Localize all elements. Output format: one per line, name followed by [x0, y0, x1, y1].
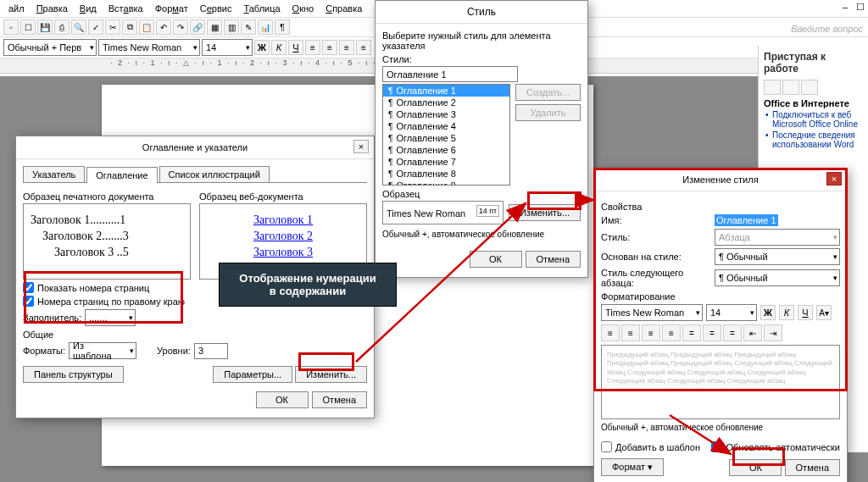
- size-combo[interactable]: 14: [706, 304, 757, 321]
- name-input[interactable]: Оглавление 1: [715, 214, 778, 226]
- taskpane-section: Office в Интернете: [764, 98, 849, 108]
- link-icon[interactable]: 🔗: [190, 19, 205, 35]
- align-right-icon[interactable]: ≡: [339, 40, 354, 55]
- menu-tools[interactable]: Сервис: [195, 2, 237, 15]
- list-item[interactable]: Оглавление 6: [383, 144, 509, 156]
- align-center-icon[interactable]: ≡: [621, 324, 640, 341]
- undo-icon[interactable]: ↶: [156, 19, 171, 35]
- preview-icon[interactable]: 🔍: [71, 19, 86, 35]
- style-current-input[interactable]: [382, 66, 518, 82]
- modify-button[interactable]: Изменить...: [295, 366, 367, 383]
- table-icon[interactable]: ▦: [207, 19, 222, 35]
- style-combo[interactable]: Обычный + Перв: [3, 39, 97, 56]
- menu-edit[interactable]: ППравкаравка: [31, 2, 73, 15]
- indent-dec-icon[interactable]: ⇤: [743, 324, 762, 341]
- levels-input[interactable]: [194, 343, 228, 359]
- ok-button[interactable]: ОК: [256, 391, 309, 408]
- structure-button[interactable]: Панель структуры: [23, 366, 124, 383]
- fill-combo[interactable]: .......: [85, 309, 136, 326]
- font-combo[interactable]: Times New Roman: [98, 39, 200, 56]
- italic-icon[interactable]: К: [779, 305, 794, 320]
- italic-icon[interactable]: К: [271, 40, 287, 55]
- menu-table[interactable]: Таблица: [238, 2, 285, 15]
- align-right-icon[interactable]: ≡: [642, 324, 660, 341]
- save-icon[interactable]: 💾: [37, 19, 53, 35]
- print-preview: Заголовок 1..........1 Заголовок 2......…: [23, 203, 191, 280]
- redo-icon[interactable]: ↷: [173, 19, 188, 35]
- cut-icon[interactable]: ✂: [105, 19, 120, 35]
- help-search[interactable]: Введите вопрос: [791, 24, 863, 34]
- menu-view[interactable]: Вид: [75, 2, 102, 15]
- bold-icon[interactable]: Ж: [760, 305, 776, 320]
- list-item[interactable]: Оглавление 2: [383, 97, 509, 108]
- params-button[interactable]: Параметры...: [213, 366, 292, 383]
- styles-listbox[interactable]: Оглавление 1 Оглавление 2 Оглавление 3 О…: [382, 84, 510, 186]
- tab-index[interactable]: Указатель: [23, 166, 85, 182]
- ok-button[interactable]: ОК: [729, 459, 782, 476]
- style-desc: Обычный +, автоматическое обновление: [382, 230, 581, 239]
- size-combo[interactable]: 14: [202, 39, 253, 56]
- justify-icon[interactable]: ≡: [662, 324, 681, 341]
- based-on-combo[interactable]: ¶ Обычный: [715, 248, 840, 265]
- home-icon[interactable]: [801, 80, 818, 95]
- back-icon[interactable]: [764, 80, 781, 95]
- columns-icon[interactable]: ▥: [224, 19, 239, 35]
- align-center-icon[interactable]: ≡: [322, 40, 337, 55]
- bold-icon[interactable]: Ж: [254, 40, 270, 55]
- tab-illustrations[interactable]: Список иллюстраций: [159, 166, 270, 182]
- format-button[interactable]: Формат ▾: [601, 458, 664, 476]
- menu-help[interactable]: Справка: [320, 2, 367, 15]
- cancel-button[interactable]: Отмена: [785, 459, 840, 476]
- list-item[interactable]: Оглавление 5: [383, 132, 509, 144]
- menu-insert[interactable]: Вставка: [103, 2, 148, 15]
- next-style-combo[interactable]: ¶ Обычный: [715, 269, 840, 286]
- list-item[interactable]: Оглавление 3: [383, 108, 509, 120]
- cancel-button[interactable]: Отмена: [312, 391, 367, 408]
- color-icon[interactable]: A▾: [816, 305, 832, 320]
- taskpane-link-connect[interactable]: Подключиться к веб Microsoft Office Onli…: [772, 110, 863, 129]
- spacing-15-icon[interactable]: =: [703, 324, 721, 341]
- justify-icon[interactable]: ≡: [356, 40, 371, 55]
- cancel-button[interactable]: Отмена: [526, 251, 581, 268]
- underline-icon[interactable]: Ч: [288, 40, 303, 55]
- add-template-checkbox[interactable]: Добавить в шаблон: [601, 441, 700, 452]
- formats-combo[interactable]: Из шаблона: [69, 342, 136, 359]
- paste-icon[interactable]: 📋: [139, 19, 154, 35]
- menu-format[interactable]: Формат: [150, 2, 193, 15]
- menu-window[interactable]: Окно: [287, 2, 320, 15]
- print-icon[interactable]: ⎙: [54, 19, 70, 35]
- list-item[interactable]: Оглавление 9: [383, 180, 509, 186]
- close-icon[interactable]: ×: [826, 172, 842, 186]
- taskpane-link-news[interactable]: Последние сведения использовании Word: [772, 130, 863, 149]
- spacing-1-icon[interactable]: =: [682, 324, 701, 341]
- drawing-icon[interactable]: ✎: [241, 19, 256, 35]
- close-icon[interactable]: ×: [353, 140, 369, 153]
- toc-tabs: Указатель Оглавление Список иллюстраций: [23, 166, 367, 183]
- font-combo[interactable]: Times New Roman: [601, 304, 703, 321]
- new-icon[interactable]: ▫: [3, 19, 19, 35]
- indent-inc-icon[interactable]: ⇥: [764, 324, 782, 341]
- list-item[interactable]: Оглавление 8: [383, 168, 509, 180]
- align-left-icon[interactable]: ≡: [305, 40, 320, 55]
- tab-toc[interactable]: Оглавление: [86, 167, 157, 183]
- para-icon[interactable]: ¶: [275, 19, 290, 35]
- copy-icon[interactable]: ⧉: [122, 19, 137, 35]
- list-item[interactable]: Оглавление 4: [383, 120, 509, 132]
- menu-file[interactable]: айл: [3, 2, 30, 15]
- align-left-icon[interactable]: ≡: [601, 324, 620, 341]
- ok-button[interactable]: ОК: [470, 251, 522, 268]
- underline-icon[interactable]: Ч: [798, 305, 813, 320]
- chart-icon[interactable]: 📊: [258, 19, 273, 35]
- auto-update-checkbox[interactable]: Обновлять автоматически: [711, 441, 840, 452]
- open-icon[interactable]: ☐: [20, 19, 36, 35]
- format-desc: Обычный +, автоматическое обновление: [601, 423, 840, 432]
- list-item[interactable]: Оглавление 1: [383, 85, 509, 97]
- modify-style-button[interactable]: Изменить...: [509, 204, 581, 221]
- sample-box: Times New Roman 14 пт: [382, 201, 504, 224]
- spacing-2-icon[interactable]: =: [723, 324, 742, 341]
- list-item[interactable]: Оглавление 7: [383, 156, 509, 168]
- preview-line: Заголовок 1: [207, 213, 359, 227]
- fwd-icon[interactable]: [782, 80, 799, 95]
- modify-dialog-title: Изменение стиля ×: [594, 169, 847, 191]
- spell-icon[interactable]: ✓: [88, 19, 103, 35]
